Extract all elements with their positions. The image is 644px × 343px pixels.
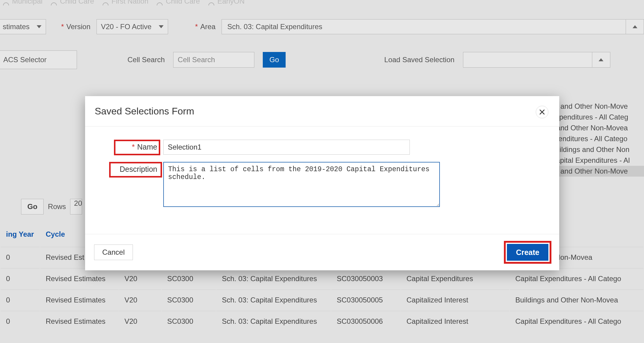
saved-selections-modal: Saved Selections Form *Name Description … — [85, 96, 559, 270]
close-button[interactable] — [536, 106, 548, 118]
description-field-label: Description — [109, 162, 163, 177]
modal-title: Saved Selections Form — [95, 106, 194, 117]
cancel-button[interactable]: Cancel — [94, 244, 133, 260]
name-field-row: *Name — [109, 140, 548, 155]
close-icon — [539, 109, 545, 115]
description-field-row: Description — [109, 162, 548, 207]
modal-header: Saved Selections Form — [85, 96, 559, 126]
description-textarea[interactable] — [163, 162, 440, 207]
name-input[interactable] — [163, 140, 410, 155]
create-button[interactable]: Create — [507, 244, 548, 261]
modal-footer: Cancel Create — [85, 234, 559, 270]
modal-body: *Name Description — [85, 126, 559, 218]
name-field-label: *Name — [109, 140, 163, 154]
highlight-box: Create — [504, 241, 551, 264]
